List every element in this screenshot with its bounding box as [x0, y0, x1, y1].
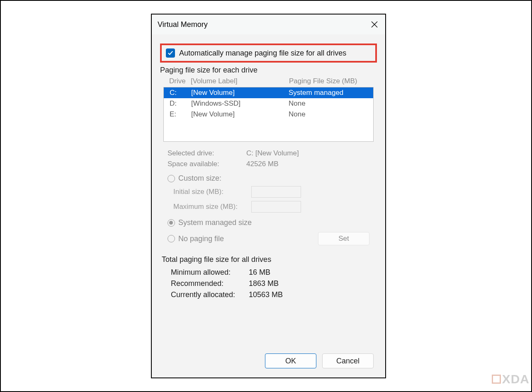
- currently-allocated-row: Currently allocated: 10563 MB: [171, 290, 375, 299]
- auto-manage-label: Automatically manage paging file size fo…: [179, 49, 346, 58]
- totals-group: Total paging file size for all drives Mi…: [160, 255, 377, 299]
- dialog-buttons: OK Cancel: [265, 353, 374, 368]
- space-available-value: 42526 MB: [246, 160, 279, 168]
- recommended-value: 1863 MB: [249, 279, 279, 288]
- close-icon: [371, 21, 378, 28]
- drive-letter: C:: [170, 89, 191, 97]
- drive-letter: D:: [170, 99, 191, 108]
- space-available-label: Space available:: [168, 160, 246, 168]
- maximum-size-label: Maximum size (MB):: [173, 203, 244, 211]
- selected-drive-value: C: [New Volume]: [246, 149, 299, 157]
- close-button[interactable]: [369, 19, 379, 29]
- drive-row[interactable]: C: [New Volume] System managed: [164, 87, 373, 98]
- space-available-row: Space available: 42526 MB: [168, 160, 369, 168]
- auto-manage-highlight: Automatically manage paging file size fo…: [160, 44, 377, 63]
- watermark-icon: [492, 375, 501, 384]
- drive-size: None: [289, 99, 367, 108]
- recommended-label: Recommended:: [171, 279, 249, 288]
- drive-row[interactable]: E: [New Volume] None: [164, 109, 373, 120]
- virtual-memory-dialog: Virtual Memory Automatically manage pagi…: [151, 14, 386, 378]
- drive-letter: E:: [170, 110, 191, 119]
- no-paging-row: No paging file Set: [168, 232, 369, 245]
- watermark: XDA: [492, 372, 530, 386]
- totals-title: Total paging file size for all drives: [162, 255, 375, 264]
- no-paging-option[interactable]: No paging file: [168, 235, 224, 243]
- checkmark-icon: [168, 50, 173, 56]
- minimum-allowed-row: Minimum allowed: 16 MB: [171, 268, 375, 277]
- drives-group-title: Paging file size for each drive: [160, 66, 377, 75]
- selected-drive-row: Selected drive: C: [New Volume]: [168, 149, 369, 157]
- drive-volume: [New Volume]: [191, 110, 289, 119]
- drive-settings: Selected drive: C: [New Volume] Space av…: [160, 142, 377, 247]
- maximum-size-input[interactable]: [251, 201, 301, 213]
- set-button[interactable]: Set: [318, 232, 369, 245]
- dialog-content: Automatically manage paging file size fo…: [152, 34, 385, 310]
- header-drive: Drive: [169, 77, 191, 85]
- currently-allocated-value: 10563 MB: [249, 290, 283, 299]
- header-size: Paging File Size (MB): [289, 77, 368, 85]
- auto-manage-checkbox[interactable]: [166, 48, 175, 58]
- drives-group: Paging file size for each drive Drive [V…: [160, 66, 377, 247]
- drive-volume: [New Volume]: [191, 89, 289, 97]
- watermark-text: XDA: [502, 372, 530, 386]
- currently-allocated-label: Currently allocated:: [171, 290, 249, 299]
- radio-icon: [168, 175, 175, 182]
- custom-size-option[interactable]: Custom size:: [168, 174, 369, 183]
- system-managed-label: System managed size: [178, 218, 252, 227]
- radio-icon: [168, 219, 175, 227]
- drive-headers: Drive [Volume Label] Paging File Size (M…: [160, 77, 377, 87]
- drive-list[interactable]: C: [New Volume] System managed D: [Windo…: [163, 87, 374, 142]
- drive-volume: [Windows-SSD]: [191, 99, 289, 108]
- system-managed-option[interactable]: System managed size: [168, 218, 369, 227]
- maximum-size-row: Maximum size (MB):: [173, 201, 369, 213]
- selected-drive-label: Selected drive:: [168, 149, 246, 157]
- drive-size: None: [289, 110, 367, 119]
- no-paging-label: No paging file: [178, 235, 224, 243]
- recommended-row: Recommended: 1863 MB: [171, 279, 375, 288]
- radio-icon: [168, 235, 175, 242]
- custom-size-label: Custom size:: [178, 174, 221, 183]
- window-title: Virtual Memory: [158, 20, 208, 29]
- cancel-button[interactable]: Cancel: [322, 353, 374, 368]
- ok-button[interactable]: OK: [265, 353, 316, 368]
- initial-size-row: Initial size (MB):: [173, 186, 369, 198]
- drive-size: System managed: [289, 89, 367, 97]
- header-volume: [Volume Label]: [191, 77, 289, 85]
- initial-size-label: Initial size (MB):: [173, 188, 244, 196]
- drive-row[interactable]: D: [Windows-SSD] None: [164, 98, 373, 109]
- titlebar: Virtual Memory: [152, 15, 385, 34]
- minimum-allowed-label: Minimum allowed:: [171, 268, 249, 277]
- minimum-allowed-value: 16 MB: [249, 268, 270, 277]
- initial-size-input[interactable]: [251, 186, 301, 198]
